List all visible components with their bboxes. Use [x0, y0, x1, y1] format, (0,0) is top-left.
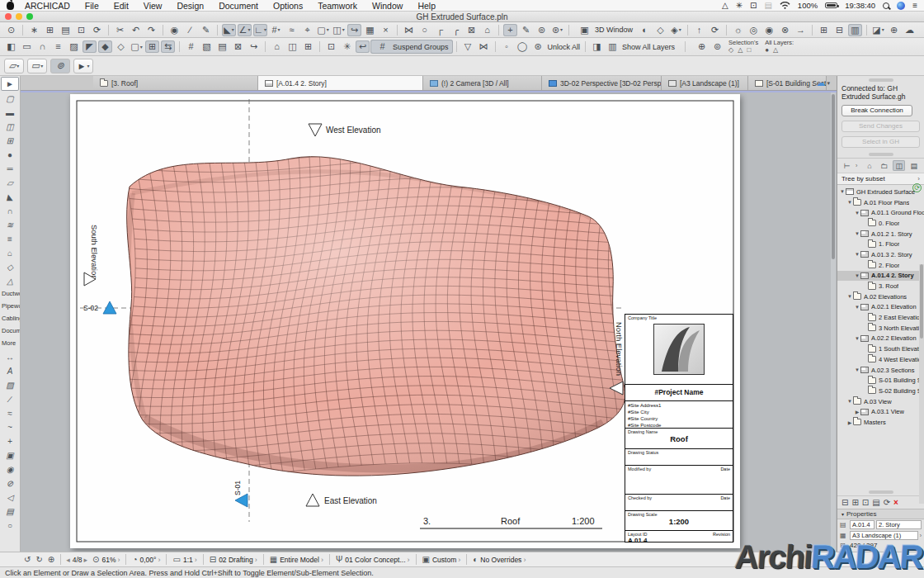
window-tool-icon[interactable]: ⊞ — [0, 134, 20, 148]
rotate-method-icon[interactable]: ⊚ — [50, 59, 70, 73]
sun-icon[interactable]: ☼ — [731, 24, 745, 36]
pickup-parameters-icon[interactable]: ◉ — [167, 24, 182, 36]
layers-ellipse-icon[interactable]: ● — [765, 47, 769, 54]
layout-book-icon[interactable]: ◫ — [893, 160, 905, 171]
view-tab[interactable]: [A.01.4 2. Story] — [258, 76, 423, 90]
menu-item[interactable]: Help — [410, 1, 443, 11]
bring-forward-icon[interactable]: ⋈ — [477, 40, 491, 53]
tree-item[interactable]: ▼ A.02.3 Sections — [837, 365, 924, 376]
tree-item[interactable]: ▼ A.01.2 1. Story — [837, 229, 924, 239]
west-elevation-marker[interactable] — [309, 124, 322, 136]
railing-tool-icon[interactable]: ≡ — [0, 232, 20, 246]
selection-method-icon[interactable]: ▭ — [27, 59, 47, 73]
shell-tool-icon[interactable]: ∩ — [0, 204, 20, 218]
door-tool-icon[interactable]: ◫ — [0, 120, 20, 134]
explode-icon[interactable]: ✳ — [340, 40, 354, 53]
pickup-settings-icon[interactable]: ⊡ — [74, 24, 88, 36]
lock-icon[interactable]: ◦ — [500, 40, 514, 53]
spotlight-icon[interactable] — [883, 2, 889, 9]
layout-book-icon[interactable]: ◫ — [285, 40, 299, 53]
pen-set-value[interactable]: 01 Color Concept... — [345, 556, 405, 564]
layout-sheet[interactable]: West Elevation South Elevation S-02 East… — [70, 94, 740, 548]
selection-frame-icon[interactable]: ▢ — [316, 24, 330, 36]
menu-item[interactable]: Edit — [106, 1, 136, 11]
tree-item[interactable]: ▶ Masters — [837, 417, 924, 428]
palette-drag-handle[interactable] — [869, 78, 893, 82]
arrow-tool-icon[interactable]: ► — [1, 77, 19, 91]
layer-combination-value[interactable]: 02 Drafting — [219, 556, 253, 564]
apple-icon[interactable] — [7, 2, 14, 10]
marquee-method-icon[interactable]: ▱ — [4, 59, 24, 73]
show-all-layers-label[interactable]: Show All Layers — [622, 43, 675, 51]
render-settings-icon[interactable]: ◪ — [871, 24, 885, 36]
wifi-icon[interactable] — [780, 2, 790, 9]
structure-display-value[interactable]: Entire Model — [280, 556, 319, 564]
expand-collapse-triangle[interactable]: ▶ — [846, 419, 853, 425]
tree-mode-icon[interactable]: ⊢ — [841, 160, 853, 171]
section-drag-handle[interactable] — [869, 153, 893, 156]
expand-collapse-triangle[interactable]: ▼ — [854, 211, 860, 216]
view-tab[interactable]: (!) 2 Camera [3D / All] — [423, 76, 542, 90]
favorites-icon[interactable]: ∗ — [27, 24, 41, 36]
zoom-fit-icon[interactable]: ⊙ — [92, 555, 99, 564]
window-tool-icon[interactable]: ∩ — [35, 40, 50, 53]
zoom-in-icon[interactable]: ⊕ — [48, 555, 54, 564]
deselect-icon[interactable]: ⊚ — [710, 40, 724, 53]
canvas-scrollbar[interactable] — [831, 92, 836, 552]
pen-set-icon[interactable]: Ψ — [336, 555, 342, 564]
tree-item[interactable]: ▼ A.01.3 2. Story — [837, 249, 924, 260]
project-map-icon[interactable]: ⌂ — [863, 160, 875, 171]
line-tool-icon[interactable]: ∕ — [0, 392, 20, 406]
magic-wand-icon[interactable]: ↩ — [356, 40, 370, 53]
model-view-options-icon[interactable]: ▣ — [422, 555, 430, 564]
menu-item[interactable]: Design — [169, 1, 211, 11]
slab-tool-icon[interactable]: ▱ — [0, 176, 20, 190]
drawing-canvas[interactable]: West Elevation South Elevation S-02 East… — [21, 91, 837, 552]
menu-item[interactable]: Window — [365, 1, 410, 11]
orientation-value[interactable]: 0,00° — [140, 556, 157, 564]
snap-points-icon[interactable]: ∟ — [253, 24, 267, 36]
zoom-selection-icon[interactable]: ○ — [417, 24, 431, 36]
pen-set-chevron[interactable]: › — [408, 556, 410, 564]
quick-layers-icon[interactable]: ⊞ — [145, 40, 159, 53]
orientation-chevron[interactable]: › — [158, 556, 160, 564]
tree-item[interactable]: 2 East Elevation — [837, 312, 924, 323]
toolbox-group-label[interactable]: Docume — [0, 325, 20, 338]
wall-tool-icon[interactable]: ◤ — [82, 40, 97, 53]
arrow-info-icon[interactable]: ⊙ — [4, 24, 18, 36]
expand-collapse-triangle[interactable]: ▼ — [854, 305, 860, 310]
zoom-level-value[interactable]: 61% — [101, 556, 116, 564]
guidelines-icon[interactable]: ◣ — [222, 24, 236, 36]
cloud-icon[interactable]: ☁ — [903, 24, 917, 36]
shadow-view-icon[interactable]: ◐ — [638, 24, 652, 36]
expand-collapse-triangle[interactable]: ▼ — [846, 399, 853, 404]
tree-item[interactable]: ▼ A.02.2 Elevation — [837, 334, 924, 344]
nav-forward-icon[interactable]: ↻ — [35, 555, 42, 564]
elevation-tool-icon[interactable]: ◁ — [0, 490, 20, 505]
tree-item[interactable]: ▼ GH Extruded Surface — [837, 187, 924, 197]
suspend-groups-button[interactable]: # Suspend Groups — [370, 40, 453, 54]
expand-collapse-triangle[interactable]: ▼ — [854, 231, 860, 236]
camera-path-icon[interactable]: ◉ — [762, 24, 776, 36]
trace-reference-icon[interactable]: ↪ — [347, 24, 361, 36]
tree-item[interactable]: ▼ A.01.1 Ground Floor — [837, 207, 924, 218]
zoom-dropdown-chevron[interactable]: › — [117, 556, 120, 564]
tree-item[interactable]: ▼ A.02.1 Elevation — [837, 302, 924, 313]
cut-icon[interactable]: ✂ — [113, 24, 127, 36]
unlock-all-label[interactable]: Unlock All — [548, 43, 581, 51]
unlock-all-icon[interactable]: ⊛ — [531, 40, 545, 53]
layer-combination-icon[interactable]: ⊟ — [210, 555, 216, 564]
renovation-icon[interactable]: ⇆ — [161, 40, 175, 53]
3d-window-button[interactable]: ▣ 3D Window — [573, 23, 637, 37]
send-backward-icon[interactable]: ▽ — [461, 40, 475, 53]
toolbox-group-label[interactable]: Cabling — [0, 313, 20, 325]
tree-scrollbar[interactable] — [919, 264, 924, 504]
eyedropper-icon[interactable]: ∕ — [183, 24, 197, 36]
home-story-icon[interactable]: ⌂ — [480, 24, 494, 36]
corner-icon[interactable]: ┌ — [433, 24, 447, 36]
view-tab[interactable]: [3. Roof] — [93, 76, 258, 90]
orbit-icon[interactable]: ⟳ — [708, 24, 722, 36]
new-subset-icon[interactable]: ⊞ — [851, 498, 858, 507]
roof-tool-icon[interactable]: ◣ — [0, 190, 20, 204]
marquee-tool-icon[interactable]: ▢ — [130, 40, 144, 53]
